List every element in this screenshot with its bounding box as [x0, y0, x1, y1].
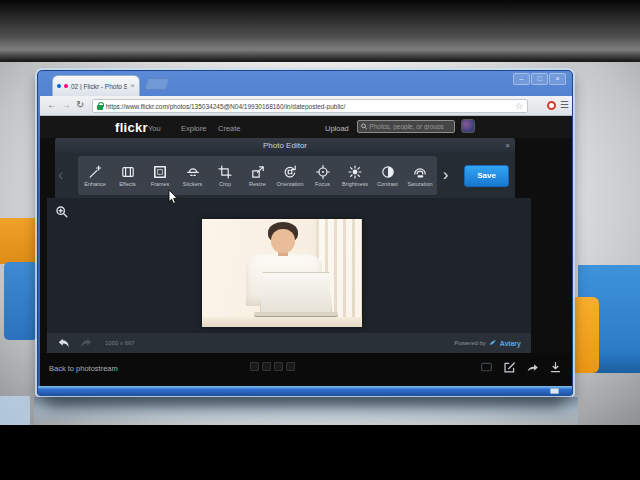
undo-icon[interactable] [57, 338, 70, 349]
extension-icon[interactable] [547, 101, 556, 110]
tool-stickers[interactable]: Stickers [177, 164, 208, 187]
forward-icon[interactable]: → [61, 99, 71, 110]
tool-resize[interactable]: Resize [242, 164, 273, 187]
magic-wand-icon [87, 164, 103, 180]
decor-blue-block-left [4, 262, 38, 340]
zoom-icon[interactable] [55, 205, 69, 223]
tab-title: 02 | Flickr - Photo Sharin [71, 83, 127, 90]
maximize-button[interactable]: □ [531, 73, 548, 85]
tool-brightness[interactable]: Brightness [340, 164, 371, 187]
film-roll-icon [120, 164, 136, 180]
bookmark-star-icon[interactable]: ☆ [515, 101, 523, 111]
address-bar[interactable]: ☆ [92, 99, 528, 113]
tool-focus[interactable]: Focus [307, 164, 338, 187]
user-avatar[interactable] [461, 119, 475, 133]
close-window-button[interactable]: × [549, 73, 566, 85]
browser-titlebar[interactable]: 02 | Flickr - Photo Sharin × – □ × [38, 71, 572, 96]
url-input[interactable] [106, 103, 512, 110]
back-to-photostream-link[interactable]: Back to photostream [49, 364, 118, 373]
comment-icon[interactable] [480, 360, 493, 378]
search-box[interactable] [357, 120, 455, 133]
rainbow-icon [412, 164, 428, 180]
new-tab-button[interactable] [144, 78, 170, 90]
tool-crop[interactable]: Crop [210, 164, 241, 187]
editor-statusbar: 1000 x 667 Powered by Aviary [47, 333, 531, 353]
https-padlock-icon [97, 102, 103, 110]
floor-reflection [34, 397, 578, 425]
search-icon [361, 123, 367, 130]
tool-saturation[interactable]: Saturation [405, 164, 436, 187]
browser-tab[interactable]: 02 | Flickr - Photo Sharin × [52, 75, 140, 96]
nav-link-explore[interactable]: Explore [181, 124, 206, 133]
contrast-circle-icon [380, 164, 396, 180]
meta-icon-1[interactable] [250, 362, 259, 371]
meta-icon-4[interactable] [286, 362, 295, 371]
tool-enhance[interactable]: Enhance [80, 164, 111, 187]
tools-scroll-right-icon[interactable]: › [443, 161, 448, 189]
letterbox-bottom [0, 425, 640, 480]
redo-icon[interactable] [80, 338, 93, 349]
editor-canvas [47, 198, 531, 333]
rotate-icon [282, 164, 298, 180]
blue-block-reflection [0, 396, 30, 425]
editor-close-icon[interactable]: × [505, 140, 510, 151]
focus-target-icon [315, 164, 331, 180]
window-resize-grip[interactable] [550, 388, 559, 394]
tools-scroll-left-icon[interactable]: ‹ [58, 161, 63, 189]
letterbox-top [0, 0, 640, 62]
meta-icon-3[interactable] [274, 362, 283, 371]
tool-effects[interactable]: Effects [112, 164, 143, 187]
meta-icon-2[interactable] [262, 362, 271, 371]
photo-man-at-laptop[interactable] [202, 219, 362, 327]
photo-meta-icons [250, 362, 295, 371]
share-icon[interactable] [526, 360, 539, 378]
crop-icon [217, 164, 233, 180]
flickr-page: flickr You Explore Create Upload Photo E… [40, 116, 572, 386]
minimize-button[interactable]: – [513, 73, 530, 85]
photo-page-footer: Back to photostream [40, 353, 572, 386]
editor-toolbar: ‹ Enhance Effects Frames [55, 153, 515, 198]
photo-man-face [271, 229, 295, 253]
tool-contrast[interactable]: Contrast [372, 164, 403, 187]
upload-link[interactable]: Upload [325, 124, 349, 133]
edit-icon[interactable] [503, 360, 516, 378]
decor-orange-block-left [0, 218, 37, 264]
image-dimensions: 1000 x 667 [105, 340, 135, 346]
tool-frames[interactable]: Frames [145, 164, 176, 187]
mouse-cursor [168, 190, 179, 205]
frame-icon [152, 164, 168, 180]
search-input[interactable] [369, 123, 451, 130]
powered-by: Powered by Aviary [454, 339, 521, 347]
flickr-logo[interactable]: flickr [115, 120, 148, 135]
flickr-navbar: flickr You Explore Create Upload [40, 116, 572, 138]
hat-mustache-icon [185, 164, 201, 180]
nav-link-you[interactable]: You [148, 124, 161, 133]
browser-toolbar: ← → ↻ ☆ ☰ [40, 96, 572, 116]
resize-icon [250, 164, 266, 180]
sun-icon [347, 164, 363, 180]
menu-icon[interactable]: ☰ [560, 99, 569, 110]
brand-name: Aviary [500, 340, 521, 347]
photo-desk [202, 317, 362, 327]
nav-link-create[interactable]: Create [218, 124, 241, 133]
save-button[interactable]: Save [464, 165, 509, 187]
back-icon[interactable]: ← [47, 99, 57, 110]
photo-editor-title: Photo Editor [263, 141, 307, 150]
flickr-favicon-pink-dot [64, 84, 68, 88]
photo-editor-titlebar: Photo Editor × [55, 138, 515, 153]
download-icon[interactable] [549, 360, 562, 378]
flickr-favicon-blue-dot [57, 84, 61, 88]
tools-strip: Enhance Effects Frames Stickers [78, 156, 437, 195]
video-frame: 02 | Flickr - Photo Sharin × – □ × ← → ↻… [0, 0, 640, 480]
decor-orange-block-right [570, 297, 599, 373]
reload-icon[interactable]: ↻ [76, 99, 84, 110]
window-bottom-frame [38, 386, 572, 396]
browser-window: 02 | Flickr - Photo Sharin × – □ × ← → ↻… [37, 70, 573, 395]
tab-close-icon[interactable]: × [130, 82, 135, 90]
tool-orientation[interactable]: Orientation [275, 164, 306, 187]
aviary-bird-icon [489, 339, 497, 347]
photo-laptop-lid [260, 272, 332, 313]
